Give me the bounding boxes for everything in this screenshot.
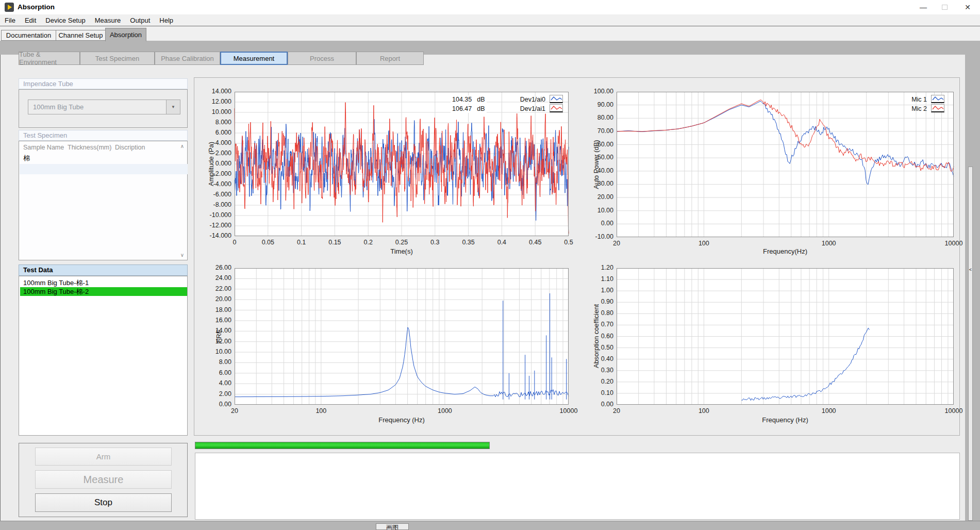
tick-label: 0 — [219, 239, 250, 246]
tick-label: 4.00 — [195, 379, 231, 387]
time-axis-label: Time(s) — [390, 247, 413, 255]
menu-item-output[interactable]: Output — [125, 16, 155, 24]
close-button[interactable]: ✕ — [958, 0, 977, 14]
main-tab-bar: Documentation Channel Setup Absorption — [0, 26, 980, 41]
legend-plot-icon-red[interactable] — [550, 104, 563, 112]
test-data-item-1[interactable]: 100mm Big Tube-棉-1 — [20, 278, 187, 287]
level-readout-2: 106.47dB — [451, 105, 487, 113]
tick-label: 12.00 — [195, 338, 231, 345]
legend-mic2-icon[interactable] — [931, 104, 944, 112]
minimize-button[interactable]: — — [916, 0, 931, 14]
subtab-test-specimen[interactable]: Test Specimen — [80, 52, 155, 65]
tick-label: 0.00 — [195, 401, 231, 408]
measure-button[interactable]: Measure — [35, 470, 172, 489]
readout-1-value: 104.35 — [452, 96, 472, 103]
subtab-measurement[interactable]: Measurement — [220, 52, 288, 65]
tick-label: 0.10 — [577, 389, 613, 397]
frequency-axis-label-frf: Frequency (Hz) — [378, 416, 425, 424]
tick-label: 20.00 — [195, 295, 231, 303]
tick-label: 20.00 — [577, 193, 613, 201]
app-window: Absorption — ✕ File Edit Device Setup Me… — [0, 0, 980, 530]
tick-label: 100.00 — [577, 88, 613, 95]
test-data-header: Test Data — [19, 264, 188, 276]
tick-label: -10.00 — [577, 233, 613, 241]
tick-label: 10000 — [938, 240, 969, 247]
tick-label: 14.00 — [195, 327, 231, 335]
menu-bar: File Edit Device Setup Measure Output He… — [0, 14, 980, 26]
impedance-tube-dropdown[interactable]: 100mm Big Tube ▼ — [28, 100, 180, 114]
tick-label: 0.15 — [319, 239, 350, 246]
progress-bar — [195, 442, 490, 449]
tick-label: 10000 — [938, 407, 969, 415]
tick-label: 2.00 — [195, 390, 231, 398]
bottom-tab-draw[interactable]: 画图 — [376, 523, 409, 530]
test-specimen-header: Test Specimen — [19, 130, 188, 141]
tab-absorption[interactable]: Absorption — [105, 28, 146, 41]
tick-label: 1000 — [813, 240, 844, 247]
tick-label: 1.10 — [577, 275, 613, 283]
tick-label: 0.00 — [577, 220, 613, 227]
frf-axis-label: FRF — [215, 329, 223, 342]
legend-plot-icon-blue[interactable] — [550, 95, 563, 103]
tick-label: 10.00 — [577, 207, 613, 214]
tick-label: 1000 — [813, 407, 844, 415]
tick-label: 6.000 — [195, 129, 231, 137]
column-discription: Discription — [115, 144, 145, 151]
progress-fill — [195, 442, 489, 449]
test-data-list: 100mm Big Tube-棉-1 100mm Big Tube-棉-2 — [19, 276, 188, 436]
legend-dev1-ai1[interactable]: Dev1/ai1 — [509, 105, 545, 112]
subtab-tube-environment[interactable]: Tube & Environment — [19, 52, 80, 65]
tick-label: 10.00 — [195, 348, 231, 356]
tick-label: 0.45 — [520, 239, 551, 246]
tick-label: 80.00 — [577, 114, 613, 122]
tick-label: 10000 — [553, 407, 584, 415]
stop-button[interactable]: Stop — [35, 493, 172, 512]
menu-item-device-setup[interactable]: Device Setup — [41, 16, 90, 24]
legend-mic1[interactable]: Mic 1 — [891, 96, 927, 103]
tick-label: 10.000 — [195, 108, 231, 116]
play-triangle-icon — [8, 5, 12, 10]
legend-dev1-ai0[interactable]: Dev1/ai0 — [509, 96, 545, 103]
level-readout-1: 104.35dB — [451, 95, 487, 104]
subtab-process[interactable]: Process — [288, 52, 356, 65]
specimen-row-sample-name[interactable]: 棉 — [23, 154, 30, 163]
scroll-up-icon[interactable]: ∧ — [180, 143, 184, 149]
tick-label: 24.00 — [195, 274, 231, 282]
subtab-report[interactable]: Report — [356, 52, 424, 65]
arm-button[interactable]: Arm — [35, 448, 172, 466]
tick-label: 1000 — [429, 407, 460, 415]
splitter-handle[interactable] — [968, 167, 973, 521]
menu-item-edit[interactable]: Edit — [20, 16, 41, 24]
frequency-axis-label-abs: Frequency (Hz) — [762, 416, 808, 424]
amplitude-axis-label: Amplitude (Pa) — [207, 142, 215, 186]
menu-item-help[interactable]: Help — [155, 16, 178, 24]
readout-2-unit: dB — [477, 105, 485, 112]
menu-item-measure[interactable]: Measure — [90, 16, 126, 24]
tab-documentation[interactable]: Documentation — [1, 30, 56, 41]
test-data-item-2-selected[interactable]: 100mm Big Tube-棉-2 — [20, 287, 187, 296]
collapse-left-icon[interactable]: < — [967, 267, 974, 272]
tick-label: 12.000 — [195, 98, 231, 106]
tick-label: -8.000 — [195, 201, 231, 209]
tick-label: 0.00 — [577, 401, 613, 408]
bottom-gutter — [0, 521, 980, 530]
menu-item-file[interactable]: File — [0, 16, 20, 24]
frf-chart: 201001000100000.002.004.006.008.0010.001… — [235, 268, 569, 405]
impedance-tube-selected: 100mm Big Tube — [28, 103, 166, 111]
readout-1-unit: dB — [477, 96, 485, 103]
tab-channel-setup[interactable]: Channel Setup — [56, 30, 106, 41]
legend-mic2[interactable]: Mic 2 — [891, 105, 927, 112]
chevron-down-icon[interactable]: ▼ — [166, 100, 180, 114]
legend-mic1-icon[interactable] — [931, 95, 944, 103]
title-bar: Absorption — ✕ — [0, 0, 980, 14]
table-row-alt — [20, 164, 188, 174]
tick-label: 20 — [601, 240, 632, 247]
tick-label: 20 — [601, 407, 632, 415]
absorption-chart: 201001000100000.000.100.200.300.400.500.… — [617, 268, 954, 405]
maximize-button[interactable] — [942, 5, 948, 10]
frequency-axis-label-top: Frequency(Hz) — [763, 247, 807, 255]
subtab-phase-calibration[interactable]: Phase Calibration — [155, 52, 220, 65]
tick-label: 0.1 — [286, 239, 317, 246]
scroll-down-icon[interactable]: ∨ — [180, 252, 184, 258]
tick-label: 20 — [219, 407, 250, 415]
